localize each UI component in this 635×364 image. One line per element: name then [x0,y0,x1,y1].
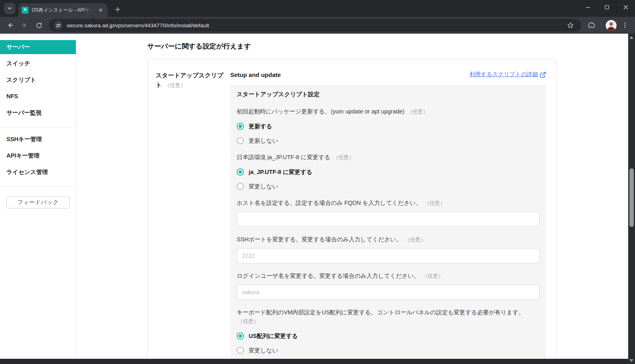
maximize-button[interactable] [597,0,616,14]
keyboard-label: キーボード配列のVM内部設定をUS配列に変更する。コントロールパネルの設定も変更… [237,308,540,326]
browser-titlebar: ＊ OS再インストール - APIサーバー - さ ✕ [0,0,635,17]
plus-icon [115,7,120,12]
optional-badge: （任意） [165,82,186,88]
card-row-label: スタートアップスクリプト （任意） [156,71,230,359]
scrollbar-thumb[interactable] [629,168,634,227]
address-bar[interactable]: secure.sakura.ad.jp/vps/servers/4434770/… [49,19,581,32]
close-icon [623,5,628,10]
login-user-input[interactable] [237,285,540,300]
package-update-label: 初回起動時にパッケージ更新する。(yum update or apt upgra… [237,107,540,116]
site-settings-icon[interactable] [54,21,63,30]
browser-tab[interactable]: ＊ OS再インストール - APIサーバー - さ ✕ [18,3,108,17]
sidebar-item-server-monitoring[interactable]: サーバー監視 [0,106,76,120]
forward-icon [21,22,28,29]
sidebar-item-switch[interactable]: スイッチ [0,57,76,71]
hostname-input[interactable] [237,212,540,227]
sidebar-item-server[interactable]: サーバー [0,40,76,54]
settings-card: スタートアップスクリプト （任意） Setup and update 利用するス… [147,59,556,359]
scroll-down-icon[interactable] [629,359,633,362]
star-icon [567,22,574,29]
minimize-button[interactable] [578,0,597,14]
browser-menu-button[interactable] [619,19,631,31]
radio-update-yes[interactable]: 更新する [237,121,540,131]
back-button[interactable] [4,19,16,31]
feedback-button[interactable]: フィードバック [6,196,70,208]
hostname-label: ホスト名を設定する。設定する場合のみ FQDN を入力してください。 （任意） [237,198,540,208]
tab-title: OS再インストール - APIサーバー - さ [32,7,93,14]
sidebar-item-ssh-keys[interactable]: SSHキー管理 [0,132,76,146]
extensions-button[interactable] [585,19,597,31]
external-link-icon [540,72,546,78]
sidebar-divider [0,186,76,187]
sakura-favicon-icon: ＊ [22,7,28,14]
kebab-menu-icon [622,22,628,28]
reload-button[interactable] [33,19,45,31]
ssh-port-input[interactable] [237,248,540,263]
sidebar-item-script[interactable]: スクリプト [0,73,76,87]
close-window-button[interactable] [616,0,635,14]
radio-locale-yes[interactable]: ja_JP.UTF-8 に変更する [237,167,540,177]
sidebar-divider [0,127,76,127]
login-user-label: ログインユーザ名を変更する。変更する場合のみ入力してください。 （任意） [237,271,540,281]
radio-checked-icon [237,123,244,130]
page-content: サーバー スイッチ スクリプト NFS サーバー監視 SSHキー管理 APIキー… [0,34,628,359]
sidebar: サーバー スイッチ スクリプト NFS サーバー監視 SSHキー管理 APIキー… [0,34,76,359]
sidebar-item-nfs[interactable]: NFS [0,89,76,103]
radio-unchecked-icon [237,347,244,354]
locale-group: ja_JP.UTF-8 に変更する 変更しない [237,167,540,191]
radio-checked-icon [237,332,244,340]
minimize-icon [586,5,590,10]
radio-keyboard-no[interactable]: 変更しない [237,346,540,355]
section-title: Setup and update [230,71,281,78]
toolbar-right [585,19,631,31]
script-detail-link[interactable]: 利用するスクリプトの詳細 [469,71,546,78]
ssh-port-label: SSHポートを変更する。変更する場合のみ入力してください。 （任意） [237,235,540,244]
window-controls [578,0,635,14]
back-icon [6,22,14,29]
tab-search-button[interactable] [4,3,15,14]
radio-update-no[interactable]: 更新しない [237,136,540,146]
bookmark-star-button[interactable] [564,19,576,31]
radio-unchecked-icon [237,183,244,190]
reload-icon [36,22,43,29]
scroll-up-icon[interactable] [629,36,633,39]
puzzle-icon [588,22,595,29]
profile-avatar[interactable] [606,20,617,31]
locale-label: 日本語環境 ja_JP.UTF-8 に変更する （任意） [237,153,540,162]
page-title: サーバーに関する設定が行えます [147,42,628,51]
main-area: サーバーに関する設定が行えます スタートアップスクリプト （任意） Setup … [76,34,628,359]
radio-unchecked-icon [237,137,244,144]
panel-title: スタートアップスクリプト設定 [237,90,540,98]
page-scrollbar[interactable] [628,34,635,364]
sidebar-item-license[interactable]: ライセンス管理 [0,165,76,179]
card-right-header: Setup and update 利用するスクリプトの詳細 [230,71,546,79]
radio-locale-no[interactable]: 変更しない [237,182,540,191]
forward-button[interactable] [18,19,30,31]
chevron-down-icon [7,6,12,11]
browser-toolbar: secure.sakura.ad.jp/vps/servers/4434770/… [0,17,635,34]
package-update-group: 更新する 更新しない [237,121,540,146]
toolbar-separator [601,21,602,29]
radio-keyboard-us[interactable]: US配列に変更する [237,331,540,341]
avatar-image [606,20,617,31]
maximize-icon [605,5,609,10]
startup-script-panel: スタートアップスクリプト設定 初回起動時にパッケージ更新する。(yum upda… [230,85,546,359]
new-tab-button[interactable] [112,4,123,14]
keyboard-group: US配列に変更する 変更しない [237,331,540,355]
sidebar-item-api-keys[interactable]: APIキー管理 [0,149,76,163]
card-right-column: Setup and update 利用するスクリプトの詳細 スタートアップスクリ… [230,71,546,359]
tab-close-icon[interactable]: ✕ [97,6,104,14]
window-bottom-edge [0,359,635,364]
url-text[interactable]: secure.sakura.ad.jp/vps/servers/4434770/… [67,22,564,28]
radio-checked-icon [237,168,244,176]
